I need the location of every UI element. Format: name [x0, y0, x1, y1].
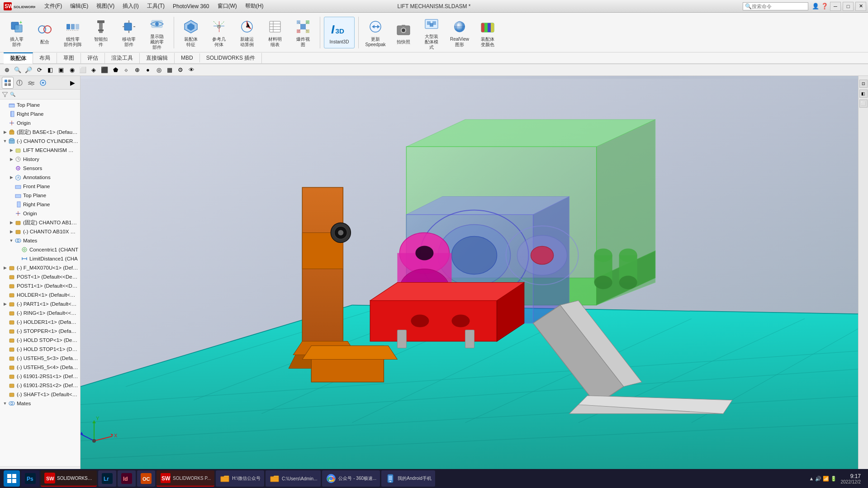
ribbon-btn-realview[interactable]: RealView 图形	[446, 16, 473, 49]
feature-tree-tab[interactable]	[2, 77, 14, 89]
tree-item-history[interactable]: ▶ History	[0, 155, 80, 164]
ribbon-btn-ref-geom[interactable]: 参考几 何体	[206, 16, 232, 49]
tab-sw-plugins[interactable]: SOLIDWORKS 插件	[200, 53, 262, 63]
menu-photoview[interactable]: PhotoView 360	[169, 2, 213, 10]
tree-item-usteh5-3[interactable]: (-) USTEH5_5<3> (Default<	[0, 354, 80, 363]
ribbon-btn-show-hide[interactable]: 显示隐 藏的零 部件	[144, 13, 170, 52]
command-search[interactable]: 🔍	[743, 2, 808, 10]
taskbar-sw-active[interactable]: SW SOLIDWORKS P...	[157, 470, 214, 487]
ribbon-btn-large-asm[interactable]: 大型装 配体模 式	[418, 13, 445, 52]
tree-item-right-plane[interactable]: Right Plane	[0, 109, 80, 118]
property-tab[interactable]	[14, 77, 25, 89]
ribbon-btn-asm-feature[interactable]: 装配体 特征	[178, 16, 204, 49]
ribbon-btn-speedpak[interactable]: 更新 Speedpak	[362, 16, 389, 49]
tree-item-chanto-cyl[interactable]: ▼ (-) CHANTO CYLINDER<1>	[0, 137, 80, 146]
tree-item-concentric1[interactable]: Concentric1 (CHANT	[0, 245, 80, 254]
view-zoom-out-btn[interactable]: 🔎	[24, 65, 33, 75]
tree-item-lift-mech-ref[interactable]: ▶ LIFT MECHANISM 中的图	[0, 146, 80, 155]
sw-maximize-btn[interactable]: □	[843, 2, 854, 11]
tree-item-origin[interactable]: Origin	[0, 118, 80, 128]
taskbar-indesign[interactable]: Id	[118, 470, 136, 487]
expand-panel-btn[interactable]: ▶	[66, 77, 78, 89]
ribbon-btn-smart-fastener[interactable]: 智能扣 件	[88, 16, 114, 49]
sw-close-btn[interactable]: ✕	[855, 2, 866, 11]
view-shadows-btn[interactable]: ⬛	[100, 65, 109, 75]
ribbon-btn-linear-array[interactable]: 线性零 部件列阵	[60, 16, 86, 49]
taskbar-oc[interactable]: OC	[137, 470, 155, 487]
view-wireframe-btn[interactable]: ◧	[45, 65, 55, 75]
taskbar-solidworks[interactable]: SW SOLIDWORKS P...	[41, 470, 97, 487]
view-bg-btn[interactable]: ⊕	[132, 65, 142, 75]
ribbon-btn-insert-part[interactable]: + 插入零 部件	[4, 16, 30, 49]
view-lights-btn[interactable]: ◈	[89, 65, 99, 75]
tree-item-post[interactable]: POST<1> (Default<<Defaul	[0, 272, 80, 281]
view-grid-btn[interactable]: ▦	[165, 65, 175, 75]
ribbon-btn-explode[interactable]: 爆炸视 图	[290, 16, 316, 49]
view-floor-btn[interactable]: ⟐	[121, 65, 131, 75]
view-cube-btn2[interactable]: ◧	[859, 90, 868, 98]
tree-item-origin2[interactable]: Origin	[0, 209, 80, 218]
view-section-btn[interactable]: ◉	[67, 65, 77, 75]
tree-item-front-plane[interactable]: Front Plane	[0, 182, 80, 191]
taskbar-phone[interactable]: 我的Android手机	[381, 470, 435, 487]
view-fit-btn[interactable]: ⟳	[34, 65, 44, 75]
tree-item-holder1[interactable]: (-) HOLDER1<1> (Default<	[0, 317, 80, 327]
tree-item-usteh5-4[interactable]: (-) USTEH5_5<4> (Default<	[0, 363, 80, 372]
taskbar-photoshop[interactable]: Ps	[21, 470, 39, 487]
menu-edit[interactable]: 编辑(E)	[66, 1, 92, 11]
ribbon-btn-mate[interactable]: 配合	[32, 17, 58, 48]
tree-item-annotations[interactable]: ▶ A Annotations	[0, 173, 80, 182]
tree-item-base[interactable]: ▶ (固定) BASE<1> (Default<<	[0, 128, 80, 137]
view-cube-btn3[interactable]: ⬜	[859, 99, 868, 108]
view-ambient-btn[interactable]: ⬟	[110, 65, 120, 75]
tab-layout[interactable]: 布局	[33, 53, 57, 63]
tree-item-post1[interactable]: POST1<1> (Default<<Defa	[0, 281, 80, 290]
tree-item-top-plane2[interactable]: Top Plane	[0, 191, 80, 200]
ribbon-btn-motion-study[interactable]: 新建运 动算例	[234, 16, 260, 49]
view-persp-btn[interactable]: ⬜	[78, 65, 88, 75]
tree-item-chanto-ab10x-c[interactable]: ▶ (固定) CHANTO AB10X C	[0, 218, 80, 227]
user-icon[interactable]: 👤	[812, 3, 819, 9]
view-orient-btn[interactable]: ⊕	[2, 65, 12, 75]
sw-minimize-btn[interactable]: ─	[830, 2, 841, 11]
view-color2-btn[interactable]: ●	[143, 65, 153, 75]
taskbar-folder1[interactable]: H:\微信公众号	[216, 470, 264, 487]
view-cube-btn[interactable]: ⊡	[859, 80, 868, 88]
ribbon-btn-instant3d[interactable]: I 3D Instant3D	[324, 17, 355, 48]
display-tab[interactable]	[37, 77, 49, 89]
tree-item-ring[interactable]: (-) RING<1> (Default<<Def	[0, 308, 80, 317]
3d-viewport[interactable]: X Y Z ⊡ ◧ ⬜	[81, 76, 868, 475]
search-input[interactable]	[752, 4, 806, 9]
taskbar-lightroom[interactable]: Lr	[98, 470, 116, 487]
tree-item-61901-2[interactable]: (-) 61901-2RS1<2> (Default	[0, 381, 80, 390]
tree-item-shaft[interactable]: (-) SHAFT<1> (Default<<De	[0, 390, 80, 399]
ribbon-btn-snapshot[interactable]: 拍快照	[390, 17, 417, 48]
view-eye-btn[interactable]: 👁	[186, 65, 196, 75]
view-zoom-btn[interactable]: 🔍	[13, 65, 23, 75]
tree-item-part1[interactable]: ▶ (-) PART1<1> (Default<<De	[0, 299, 80, 308]
tree-item-holdstop[interactable]: (-) HOLD STOP<1> (Default<<	[0, 336, 80, 345]
ribbon-btn-color[interactable]: 装配体 变颜色	[474, 16, 501, 49]
tab-assembly[interactable]: 装配体	[4, 52, 33, 64]
menu-file[interactable]: 文件(F)	[41, 1, 66, 11]
tree-item-sensors[interactable]: Sensors	[0, 164, 80, 173]
taskbar-folder2[interactable]: C:\Users\Admin...	[266, 470, 321, 487]
tree-item-f-m4x070u[interactable]: ▶ (-) F_M4X070U<1> (Default	[0, 263, 80, 272]
tree-item-top-plane[interactable]: Top Plane	[0, 100, 80, 109]
tree-item-holder[interactable]: HOLDER<1> (Default<<Def	[0, 290, 80, 299]
tree-item-mates-group[interactable]: ▼ Mates	[0, 236, 80, 245]
view-render-btn[interactable]: ◎	[154, 65, 164, 75]
menu-view[interactable]: 视图(V)	[93, 1, 118, 11]
tab-direct-edit[interactable]: 直接编辑	[140, 53, 175, 63]
tree-item-chanto-ab10x-rod[interactable]: ▶ (-) CHANTO AB10X ROD	[0, 227, 80, 236]
menu-window[interactable]: 窗口(W)	[214, 1, 241, 11]
config-tab[interactable]	[25, 77, 37, 89]
taskbar-chrome[interactable]: 公众号 - 360极速...	[322, 470, 380, 487]
help-icon[interactable]: ❓	[821, 3, 828, 9]
tree-item-61901-1[interactable]: (-) 61901-2RS1<1> (Default	[0, 372, 80, 381]
tab-mbd[interactable]: MBD	[175, 53, 200, 62]
ribbon-btn-bom[interactable]: 材料明 细表	[262, 16, 288, 49]
tree-item-mates-root[interactable]: ▼ Mates	[0, 399, 80, 408]
tree-item-limitdist1[interactable]: LimitDistance1 (CHA	[0, 254, 80, 263]
menu-help[interactable]: 帮助(H)	[242, 1, 267, 11]
